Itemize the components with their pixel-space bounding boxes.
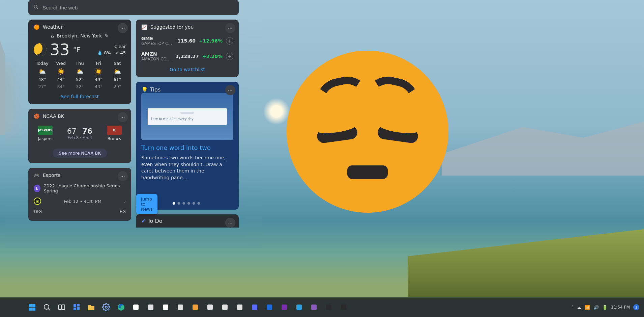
- battery-icon[interactable]: 🔋: [602, 305, 608, 310]
- svg-rect-22: [222, 305, 228, 310]
- forecast-hi: 48°: [34, 77, 51, 82]
- wifi-icon[interactable]: 📶: [585, 305, 590, 310]
- taskbar-app-word[interactable]: [203, 300, 217, 314]
- taskbar-app-app-dark[interactable]: [322, 300, 336, 314]
- weather-widget[interactable]: ⋯ 🟠 Weather ⌂ Brooklyn, New York ✎ 33 °F…: [28, 20, 131, 104]
- taskbar-app-notion[interactable]: [158, 300, 173, 314]
- humidity-icon: 💧: [97, 50, 103, 55]
- see-full-forecast-link[interactable]: See full forecast: [34, 94, 126, 99]
- taskbar-app-search[interactable]: [40, 300, 54, 314]
- taskbar-app-app-blue[interactable]: [262, 300, 276, 314]
- scenery-mountain-right: [442, 122, 644, 176]
- forecast-day[interactable]: Fri☀️49°43°: [90, 61, 107, 89]
- taskbar-app-task-view[interactable]: [55, 300, 69, 314]
- stock-symbol: AMZN: [141, 51, 171, 57]
- taskbar-app-explorer[interactable]: [84, 300, 98, 314]
- forecast-day-label: Thu: [71, 61, 88, 66]
- taskbar-app-app-circle[interactable]: [218, 300, 232, 314]
- team-a-name: Jaspers: [35, 136, 55, 141]
- todo-more-button[interactable]: ⋯: [225, 218, 235, 228]
- taskbar-app-slack[interactable]: [144, 300, 158, 314]
- stock-row[interactable]: GMEGAMESTOP C…115.60+12.96%+: [141, 33, 233, 49]
- search-bar[interactable]: [28, 0, 239, 15]
- stocks-icon: 📈: [141, 24, 147, 30]
- taskbar-app-spotify[interactable]: [188, 300, 202, 314]
- moon-icon: [34, 43, 47, 56]
- stock-symbol: GME: [141, 36, 172, 41]
- game-status: Feb 8 · Final: [60, 135, 99, 140]
- add-stock-button[interactable]: +: [226, 37, 233, 45]
- svg-rect-20: [193, 305, 198, 310]
- tips-more-button[interactable]: ⋯: [225, 85, 235, 95]
- taskbar-app-app-circle2[interactable]: [233, 300, 247, 314]
- tips-image: I try to run a lot every day: [141, 93, 233, 140]
- taskbar-app-photoshop[interactable]: [292, 300, 306, 314]
- notification-badge[interactable]: 1: [633, 304, 639, 310]
- team-b-name: Broncs: [104, 136, 124, 141]
- add-stock-button[interactable]: +: [226, 53, 233, 60]
- taskbar-app-app-x[interactable]: [173, 300, 187, 314]
- taskbar-app-widgets[interactable]: [69, 300, 84, 314]
- suggested-title: Suggested for you: [150, 24, 194, 30]
- forecast-day-label: Today: [34, 61, 51, 66]
- onedrive-icon[interactable]: ☁: [577, 305, 581, 310]
- esports-date: Feb 12: [64, 199, 79, 204]
- suggested-widget[interactable]: ⋯ 📈 Suggested for you GMEGAMESTOP C…115.…: [136, 20, 239, 77]
- taskbar-app-edge[interactable]: [114, 300, 128, 314]
- edit-location-icon[interactable]: ✎: [105, 33, 109, 38]
- svg-point-0: [34, 5, 37, 8]
- team-b-logo: B: [107, 126, 122, 135]
- weather-humidity: 8%: [104, 50, 111, 55]
- taskbar-app-app-dark2[interactable]: [336, 300, 351, 314]
- svg-rect-18: [163, 305, 168, 310]
- weather-more-button[interactable]: ⋯: [118, 23, 128, 33]
- stock-price: 3,228.27: [176, 54, 199, 59]
- forecast-day[interactable]: Today⛅48°27°: [34, 61, 51, 89]
- taskbar-app-settings[interactable]: [99, 300, 113, 314]
- tips-title-label: Tips: [150, 86, 160, 93]
- svg-rect-10: [74, 304, 76, 307]
- search-input[interactable]: [42, 5, 234, 10]
- taskbar-app-onenote[interactable]: [277, 300, 291, 314]
- taskbar-app-start[interactable]: [25, 300, 39, 314]
- weather-unit: °F: [73, 46, 81, 54]
- team-a-score: 67: [67, 127, 77, 135]
- forecast-day[interactable]: Sat⛅61°29°: [109, 61, 126, 89]
- taskbar-clock[interactable]: 11:54 PM: [611, 305, 630, 310]
- taskbar: ˄ ☁ 📶 🔊 🔋 11:54 PM 1: [0, 297, 644, 317]
- chevron-up-icon[interactable]: ˄: [572, 305, 574, 310]
- stock-change: +12.96%: [199, 38, 223, 44]
- forecast-lo: 43°: [90, 84, 107, 89]
- taskbar-app-store[interactable]: [129, 300, 143, 314]
- forecast-lo: 32°: [71, 84, 88, 89]
- weather-title: Weather: [43, 24, 63, 30]
- ncaa-widget[interactable]: ⋯ 🏀 NCAA BK JASPERS Jaspers 67 76 Feb 8 …: [28, 109, 131, 163]
- esports-more-button[interactable]: ⋯: [118, 171, 128, 181]
- taskbar-app-premiere[interactable]: [307, 300, 321, 314]
- suggested-more-button[interactable]: ⋯: [225, 23, 235, 33]
- tips-widget[interactable]: ⋯ 💡 Tips I try to run a lot every day Tu…: [136, 82, 239, 210]
- pensive-face-emoji: [287, 51, 448, 213]
- svg-rect-24: [252, 305, 257, 310]
- forecast-day[interactable]: Thu⛅52°32°: [71, 61, 88, 89]
- todo-widget[interactable]: ⋯ ✔ To Do: [136, 214, 239, 228]
- forecast-day-label: Wed: [53, 61, 69, 66]
- go-to-watchlist-link[interactable]: Go to watchlist: [141, 67, 233, 72]
- chevron-right-icon[interactable]: ›: [124, 199, 126, 204]
- ncaa-more-button[interactable]: ⋯: [118, 112, 128, 122]
- volume-icon[interactable]: 🔊: [593, 305, 599, 310]
- see-more-ncaa-button[interactable]: See more NCAA BK: [53, 149, 107, 158]
- taskbar-app-messenger[interactable]: [247, 300, 262, 314]
- svg-rect-19: [178, 305, 183, 310]
- esports-team-a: DIG: [34, 209, 42, 214]
- svg-rect-25: [267, 305, 272, 310]
- jump-to-news-button[interactable]: Jump to News: [136, 194, 157, 214]
- stock-change: +2.20%: [202, 54, 223, 59]
- esports-league: 2022 League Championship Series Spring: [44, 183, 126, 193]
- forecast-day[interactable]: Wed☀️44°34°: [53, 61, 69, 89]
- stock-row[interactable]: AMZNAMAZON.CO…3,228.27+2.20%+: [141, 49, 233, 64]
- esports-widget[interactable]: ⋯ 🎮 Esports L 2022 League Championship S…: [28, 168, 131, 221]
- todo-title: To Do: [148, 218, 163, 224]
- system-tray[interactable]: ˄ ☁ 📶 🔊 🔋 11:54 PM 1: [572, 304, 640, 310]
- scenery-grass: [408, 229, 644, 297]
